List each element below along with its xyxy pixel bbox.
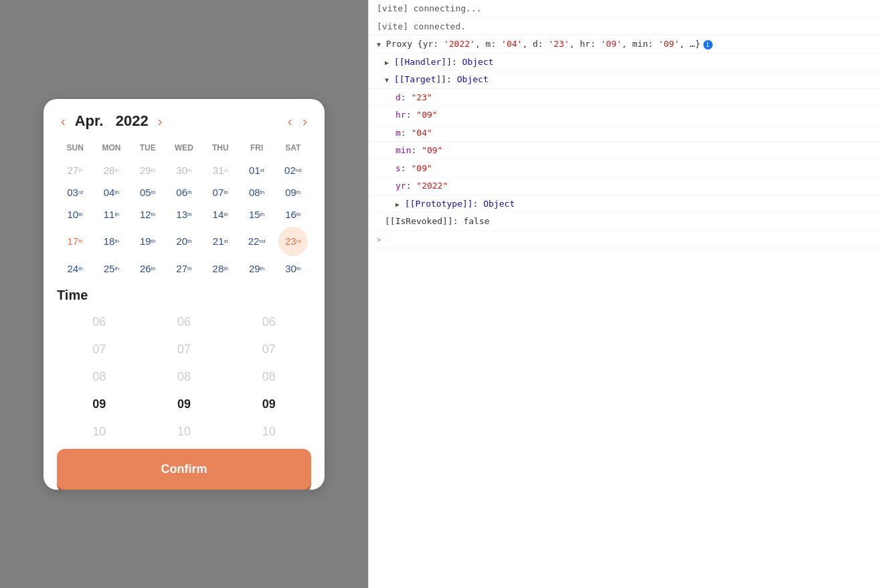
- day-sat: SAT: [275, 140, 311, 155]
- calendar-day[interactable]: 03rd: [57, 183, 93, 202]
- console-text: '2022': [444, 39, 475, 49]
- time-item[interactable]: 06: [57, 308, 142, 336]
- calendar-day[interactable]: 06th: [166, 183, 202, 202]
- console-key: s: [395, 163, 401, 173]
- second-column[interactable]: 06 07 08 09 10 11 12: [226, 308, 311, 442]
- console-text: '09': [601, 39, 622, 49]
- time-item[interactable]: 07: [57, 336, 142, 363]
- console-text: :: [406, 181, 417, 191]
- minute-column[interactable]: 06 07 08 09 10 11 12: [142, 308, 227, 442]
- console-line[interactable]: ▶ [[Prototype]]: Object: [369, 195, 880, 213]
- time-item[interactable]: 08: [142, 363, 227, 391]
- calendar-day[interactable]: 29th: [130, 161, 166, 180]
- calendar-day[interactable]: 02nd: [275, 161, 311, 180]
- console-text: Proxy {yr:: [386, 39, 444, 49]
- day-wed: WED: [166, 140, 202, 155]
- time-item[interactable]: 10: [226, 418, 311, 442]
- hour-column[interactable]: 06 07 08 09 10 11 12: [57, 308, 142, 442]
- calendar-day[interactable]: 14th: [202, 205, 238, 224]
- calendar-day[interactable]: 20th: [166, 227, 202, 256]
- calendar-day[interactable]: 08th: [238, 183, 274, 202]
- console-val: "2022": [416, 181, 448, 191]
- calendar-day[interactable]: 19th: [130, 227, 166, 256]
- calendar-day[interactable]: 28th: [93, 161, 129, 180]
- calendar-day[interactable]: 28th: [202, 259, 238, 278]
- next-year-button[interactable]: ›: [298, 113, 311, 129]
- calendar-day[interactable]: 25th: [93, 259, 129, 278]
- prev-year-button[interactable]: ‹: [284, 113, 296, 129]
- console-text: , m:: [475, 39, 501, 49]
- confirm-button[interactable]: Confirm: [57, 449, 311, 490]
- calendar-day[interactable]: 27th: [166, 259, 202, 278]
- console-text: [[Handler]]: Object: [394, 57, 494, 67]
- calendar-day[interactable]: 30th: [166, 161, 202, 180]
- info-icon[interactable]: i: [703, 40, 713, 50]
- console-line[interactable]: ▶ [[Handler]]: Object: [369, 54, 880, 72]
- day-thu: THU: [202, 140, 238, 155]
- console-text: '09': [658, 39, 679, 49]
- calendar-day[interactable]: 18th: [93, 227, 129, 256]
- time-item[interactable]: 06: [142, 308, 227, 336]
- console-proxy-line[interactable]: ▼ Proxy {yr: '2022', m: '04', d: '23', h…: [369, 35, 880, 54]
- calendar-day[interactable]: 21st: [202, 227, 238, 256]
- calendar-day[interactable]: 30th: [275, 259, 311, 278]
- console-line[interactable]: ▼ [[Target]]: Object: [369, 71, 880, 89]
- calendar-header: ‹ Apr. 2022 › ‹ ›: [57, 112, 311, 130]
- time-item-selected[interactable]: 09: [226, 391, 311, 418]
- console-key: m: [395, 128, 401, 138]
- calendar-day[interactable]: 05th: [130, 183, 166, 202]
- time-item[interactable]: 10: [142, 418, 227, 442]
- expand-icon: ▼: [377, 41, 381, 48]
- console-key: d: [395, 92, 401, 102]
- time-picker: 06 07 08 09 10 11 12 06 07 08 09 10 11 1…: [57, 308, 311, 442]
- calendar-day[interactable]: 13th: [166, 205, 202, 224]
- time-item[interactable]: 10: [57, 418, 142, 442]
- calendar-day[interactable]: 26th: [130, 259, 166, 278]
- console-prompt[interactable]: >: [369, 231, 880, 249]
- time-item[interactable]: 08: [226, 363, 311, 391]
- console-key: hr: [395, 110, 406, 120]
- time-item[interactable]: 07: [142, 336, 227, 363]
- calendar-day[interactable]: 16th: [275, 205, 311, 224]
- console-text: , hr:: [569, 39, 601, 49]
- calendar-day[interactable]: 12th: [130, 205, 166, 224]
- calendar-day[interactable]: 24th: [57, 259, 93, 278]
- console-kv-line: yr: "2022": [369, 177, 880, 195]
- calendar-day[interactable]: 11th: [93, 205, 129, 224]
- year-label: 2022: [116, 112, 149, 129]
- console-val: "09": [411, 163, 432, 173]
- console-text: :: [401, 128, 412, 138]
- calendar-day[interactable]: 07th: [202, 183, 238, 202]
- calendar-day[interactable]: 29th: [238, 259, 274, 278]
- calendar-day[interactable]: 27th: [57, 161, 93, 180]
- console-val: "09": [422, 145, 442, 155]
- calendar-day[interactable]: 15th: [238, 205, 274, 224]
- prev-month-button[interactable]: ‹: [57, 113, 70, 129]
- time-item[interactable]: 08: [57, 363, 142, 391]
- expand-icon: ▶: [395, 201, 400, 208]
- console-key: yr: [395, 181, 406, 191]
- calendar-day[interactable]: 22nd: [238, 227, 274, 256]
- calendar-day[interactable]: 09th: [275, 183, 311, 202]
- console-val: "23": [411, 92, 432, 102]
- calendar-day[interactable]: 04th: [93, 183, 129, 202]
- expand-icon: ▼: [385, 76, 389, 84]
- month-nav: ‹ Apr. 2022 ›: [57, 112, 166, 130]
- console-val: false: [463, 216, 489, 226]
- calendar-day[interactable]: 01st: [238, 161, 274, 180]
- console-text: [[Target]]: Object: [394, 74, 489, 84]
- dev-console-panel: [vite] connecting... [vite] connected. ▼…: [368, 0, 880, 588]
- next-month-button[interactable]: ›: [154, 113, 167, 129]
- console-text: [[Prototype]]: Object: [405, 199, 515, 209]
- time-item[interactable]: 07: [226, 336, 311, 363]
- expand-icon: ▶: [385, 59, 389, 66]
- calendar-day[interactable]: 10th: [57, 205, 93, 224]
- year-nav: ‹ ›: [284, 113, 311, 129]
- calendar-day[interactable]: 31st: [202, 161, 238, 180]
- time-item-selected[interactable]: 09: [57, 391, 142, 418]
- time-item[interactable]: 06: [226, 308, 311, 336]
- calendar-day-selected[interactable]: 23rd: [278, 227, 308, 256]
- console-text: :: [401, 163, 412, 173]
- calendar-day[interactable]: 17th: [57, 227, 93, 256]
- time-item-selected[interactable]: 09: [142, 391, 227, 418]
